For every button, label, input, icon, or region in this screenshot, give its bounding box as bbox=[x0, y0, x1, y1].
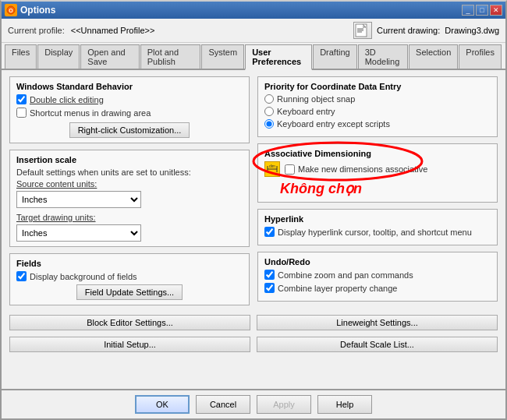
running-snap-label: Running object snap bbox=[277, 94, 355, 104]
fields-section: Fields Display background of fields Fiel… bbox=[9, 253, 250, 305]
tab-profiles[interactable]: Profiles bbox=[459, 44, 502, 69]
options-dialog: O Options _ □ ✕ Current profile: <<Unnam… bbox=[0, 0, 507, 420]
double-click-label: Double click editing bbox=[30, 95, 104, 104]
target-drawing-select[interactable]: Inches Feet Millimeters bbox=[16, 224, 141, 242]
hyperlink-title: Hyperlink bbox=[264, 214, 491, 224]
assoc-dim-title: Associative Dimensioning bbox=[264, 149, 491, 158]
combine-zoom-label: Combine zoom and pan commands bbox=[278, 270, 413, 280]
display-bg-row: Display background of fields bbox=[16, 271, 243, 281]
tab-selection[interactable]: Selection bbox=[409, 44, 458, 69]
display-hyperlink-checkbox[interactable] bbox=[264, 227, 275, 237]
source-content-text: Source content units: bbox=[16, 179, 97, 189]
insertion-section-title: Insertion scale bbox=[16, 155, 243, 164]
right-panel: Priority for Coordinate Data Entry Runni… bbox=[257, 76, 498, 312]
combine-zoom-checkbox[interactable] bbox=[264, 270, 275, 280]
combine-layer-label: Combine layer property change bbox=[278, 284, 397, 293]
main-content: Windows Standard Behavior Double click e… bbox=[2, 70, 505, 312]
tab-drafting[interactable]: Drafting bbox=[313, 44, 357, 69]
running-snap-radio[interactable] bbox=[264, 94, 274, 104]
insertion-scale-section: Insertion scale Default settings when un… bbox=[9, 150, 250, 247]
tab-open-save[interactable]: Open and Save bbox=[80, 44, 139, 69]
double-click-row: Double click editing bbox=[16, 94, 243, 104]
profile-bar: Current profile: <<Unnamed Profile>> Cur… bbox=[2, 19, 505, 43]
tab-plot-publish[interactable]: Plot and Publish bbox=[140, 44, 201, 69]
make-new-dim-row: dim Make new dimensions associative bbox=[264, 161, 491, 177]
field-update-settings-button[interactable]: Field Update Settings... bbox=[76, 284, 183, 300]
drawing-icon bbox=[353, 22, 372, 39]
assoc-dim-section: Associative Dimensioning dim Make new di… bbox=[257, 143, 498, 203]
shortcut-menus-checkbox[interactable] bbox=[16, 108, 27, 118]
keyboard-entry-label: Keyboard entry bbox=[277, 107, 335, 116]
help-button[interactable]: Help bbox=[317, 395, 372, 414]
maximize-button[interactable]: □ bbox=[476, 5, 488, 16]
tab-user-preferences[interactable]: User Preferences bbox=[245, 44, 312, 70]
right-click-customization-button[interactable]: Right-click Customization... bbox=[69, 122, 190, 138]
priority-title: Priority for Coordinate Data Entry bbox=[264, 82, 491, 91]
svg-text:dim: dim bbox=[269, 164, 275, 168]
insertion-desc: Default settings when units are set to u… bbox=[16, 168, 243, 177]
make-new-dim-label: Make new dimensions associative bbox=[298, 164, 427, 174]
display-hyperlink-row: Display hyperlink cursor, tooltip, and s… bbox=[264, 227, 491, 237]
windows-behavior-section: Windows Standard Behavior Double click e… bbox=[9, 76, 250, 143]
target-drawing-label: Target drawing units: bbox=[16, 213, 243, 222]
dialog-footer: OK Cancel Apply Help bbox=[2, 389, 505, 418]
window-icon: O bbox=[5, 4, 17, 16]
keyboard-except-radio[interactable] bbox=[264, 119, 274, 129]
apply-button[interactable]: Apply bbox=[257, 395, 311, 414]
svg-text:O: O bbox=[9, 8, 13, 13]
left-panel: Windows Standard Behavior Double click e… bbox=[9, 76, 250, 312]
keyboard-except-label: Keyboard entry except scripts bbox=[277, 119, 390, 129]
combine-zoom-row: Combine zoom and pan commands bbox=[264, 270, 491, 280]
display-hyperlink-label: Display hyperlink cursor, tooltip, and s… bbox=[278, 228, 472, 237]
keyboard-entry-row: Keyboard entry bbox=[264, 107, 491, 116]
default-scale-list-button[interactable]: Default Scale List... bbox=[257, 337, 498, 352]
tabs-bar: Files Display Open and Save Plot and Pub… bbox=[2, 43, 505, 70]
ok-button[interactable]: OK bbox=[135, 395, 190, 414]
source-content-select[interactable]: Inches Feet Millimeters bbox=[16, 191, 141, 208]
window-controls: _ □ ✕ bbox=[462, 5, 502, 16]
display-bg-checkbox[interactable] bbox=[16, 271, 27, 281]
target-drawing-text: Target drawing units: bbox=[16, 213, 96, 222]
profile-label: Current profile: bbox=[8, 26, 65, 35]
hyperlink-section: Hyperlink Display hyperlink cursor, tool… bbox=[257, 209, 498, 245]
shortcut-menus-row: Shortcut menus in drawing area bbox=[16, 108, 243, 118]
close-button[interactable]: ✕ bbox=[490, 5, 502, 16]
bottom-row-2: Initial Setup... Default Scale List... bbox=[2, 334, 505, 355]
display-bg-label: Display background of fields bbox=[30, 272, 137, 281]
undo-redo-title: Undo/Redo bbox=[264, 257, 491, 266]
tab-display[interactable]: Display bbox=[37, 44, 80, 69]
shortcut-menus-label: Shortcut menus in drawing area bbox=[30, 108, 151, 118]
initial-setup-button[interactable]: Initial Setup... bbox=[9, 337, 250, 352]
tab-3d-modeling[interactable]: 3D Modeling bbox=[358, 44, 408, 69]
lineweight-settings-button[interactable]: Lineweight Settings... bbox=[257, 315, 498, 330]
source-content-label: Source content units: bbox=[16, 179, 243, 189]
tab-system[interactable]: System bbox=[201, 44, 244, 69]
cancel-button[interactable]: Cancel bbox=[196, 395, 250, 414]
window-title: Options bbox=[20, 5, 462, 16]
dim-icon: dim bbox=[264, 161, 280, 177]
running-snap-row: Running object snap bbox=[264, 94, 491, 104]
tab-files[interactable]: Files bbox=[5, 44, 37, 69]
double-click-checkbox[interactable] bbox=[16, 94, 27, 104]
current-drawing-value: Drawing3.dwg bbox=[445, 26, 499, 35]
double-click-label-text: Double click editing bbox=[30, 95, 104, 104]
undo-redo-section: Undo/Redo Combine zoom and pan commands … bbox=[257, 252, 498, 302]
minimize-button[interactable]: _ bbox=[462, 5, 474, 16]
keyboard-entry-radio[interactable] bbox=[264, 107, 274, 116]
priority-section: Priority for Coordinate Data Entry Runni… bbox=[257, 76, 498, 137]
fields-section-title: Fields bbox=[16, 259, 243, 268]
current-drawing-label: Current drawing: bbox=[377, 26, 440, 35]
combine-layer-checkbox[interactable] bbox=[264, 283, 275, 293]
bottom-row-1: Block Editor Settings... Lineweight Sett… bbox=[2, 312, 505, 334]
windows-section-title: Windows Standard Behavior bbox=[16, 82, 243, 91]
annotation-text: Không chọn bbox=[280, 180, 491, 197]
make-new-dim-checkbox[interactable] bbox=[285, 164, 295, 175]
profile-value: <<Unnamed Profile>> bbox=[71, 26, 155, 35]
combine-layer-row: Combine layer property change bbox=[264, 283, 491, 293]
current-drawing: Current drawing: Drawing3.dwg bbox=[353, 22, 499, 39]
title-bar: O Options _ □ ✕ bbox=[2, 2, 505, 19]
block-editor-settings-button[interactable]: Block Editor Settings... bbox=[9, 315, 250, 330]
keyboard-except-row: Keyboard entry except scripts bbox=[264, 119, 491, 129]
